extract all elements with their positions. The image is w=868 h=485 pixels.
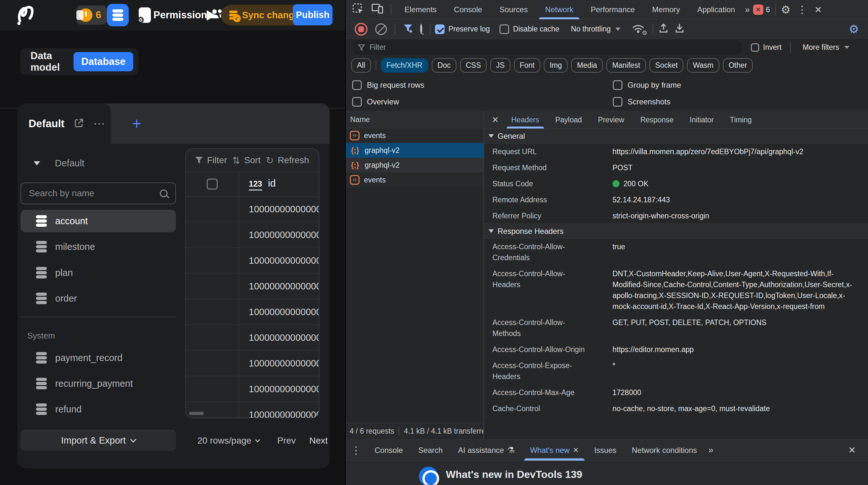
invert-checkbox[interactable]: [751, 43, 759, 52]
screenshots-checkbox[interactable]: [613, 97, 622, 107]
prev-page-button[interactable]: Prev: [277, 435, 296, 446]
table-row[interactable]: 100000000000000000: [186, 351, 319, 376]
drawer-tab-issues[interactable]: Issues: [587, 440, 624, 461]
chip-socket[interactable]: Socket: [649, 58, 683, 72]
publish-button[interactable]: Publish: [293, 4, 333, 25]
clear-network-log-icon[interactable]: [375, 24, 387, 35]
export-har-icon[interactable]: [675, 23, 685, 35]
tab-initiator[interactable]: Initiator: [682, 112, 722, 128]
tab-timing[interactable]: Timing: [722, 112, 760, 128]
close-details-icon[interactable]: ✕: [487, 115, 503, 125]
chip-js[interactable]: JS: [490, 58, 510, 72]
sidebar-item-recurring-payment[interactable]: recurring_payment: [21, 372, 176, 395]
sidebar-item-order[interactable]: order: [21, 287, 176, 310]
drawer-tab-search[interactable]: Search: [410, 440, 451, 461]
chip-all[interactable]: All: [351, 58, 371, 72]
chip-media[interactable]: Media: [571, 58, 603, 72]
chip-wasm[interactable]: Wasm: [687, 58, 719, 72]
name-column-header[interactable]: Name: [346, 112, 484, 128]
device-toolbar-icon[interactable]: [371, 3, 383, 16]
request-row-graphql[interactable]: graphql-v2: [346, 158, 484, 173]
tab-payload[interactable]: Payload: [547, 112, 590, 128]
table-row[interactable]: 100000000000000000: [186, 402, 319, 418]
sidebar-item-milestone[interactable]: milestone: [21, 236, 176, 258]
tab-response[interactable]: Response: [632, 112, 682, 128]
issues-badge[interactable]: ✕ 6: [753, 4, 770, 15]
network-settings-gear-icon[interactable]: ⚙: [849, 24, 859, 35]
permission-button[interactable]: Permission: [139, 6, 223, 24]
chip-other[interactable]: Other: [723, 58, 753, 72]
response-headers-section-header[interactable]: Response Headers: [484, 223, 868, 239]
select-all-checkbox[interactable]: [207, 179, 218, 189]
search-network-icon[interactable]: [420, 25, 422, 33]
tab-console[interactable]: Console: [445, 0, 491, 19]
tab-default[interactable]: Default ⋯: [18, 103, 111, 144]
grid-filter-button[interactable]: Filter: [195, 155, 227, 165]
grid-refresh-button[interactable]: ↻ Refresh: [266, 155, 309, 166]
horizontal-scrollbar[interactable]: [189, 412, 204, 415]
chip-font[interactable]: Font: [514, 58, 540, 72]
schema-group-row[interactable]: Default: [18, 154, 85, 172]
drawer-more-tabs-icon[interactable]: »: [709, 445, 713, 455]
drawer-kebab-menu-icon[interactable]: ⋮: [351, 444, 361, 456]
table-row[interactable]: 100000000000000000: [186, 222, 319, 248]
tab-elements[interactable]: Elements: [396, 0, 445, 19]
record-network-log-button[interactable]: [355, 23, 368, 36]
request-row-graphql-selected[interactable]: graphql-v2: [346, 143, 484, 158]
chip-manifest[interactable]: Manifest: [607, 58, 646, 72]
request-row-events[interactable]: events: [346, 128, 484, 143]
drawer-tab-network-conditions[interactable]: Network conditions: [624, 440, 705, 461]
request-row-events[interactable]: events: [346, 173, 484, 187]
table-row[interactable]: 100000000000000000: [186, 248, 319, 274]
close-devtools-icon[interactable]: ✕: [814, 4, 822, 15]
next-page-button[interactable]: Next: [309, 435, 328, 446]
table-row[interactable]: 100000000000000000: [186, 196, 319, 222]
tab-data-model[interactable]: Data model: [31, 50, 65, 73]
grid-sort-button[interactable]: ⇅ Sort: [232, 155, 261, 166]
disable-cache-checkbox[interactable]: [499, 24, 509, 34]
network-conditions-icon[interactable]: ⚙: [631, 23, 645, 35]
database-toolbar-button[interactable]: [107, 4, 129, 26]
chip-css[interactable]: CSS: [460, 58, 487, 72]
tab-memory[interactable]: Memory: [644, 0, 689, 19]
close-drawer-icon[interactable]: ✕: [848, 445, 856, 455]
settings-gear-icon[interactable]: ⚙: [781, 4, 790, 15]
id-column-header[interactable]: 123 id: [239, 178, 276, 190]
table-row[interactable]: 100000000000000000: [186, 299, 319, 325]
sidebar-item-plan[interactable]: plan: [21, 262, 176, 284]
tab-performance[interactable]: Performance: [582, 0, 643, 19]
throttling-select[interactable]: No throttling: [571, 25, 611, 33]
table-row[interactable]: 100000000000000000: [186, 274, 319, 299]
chip-fetch-xhr[interactable]: Fetch/XHR: [381, 58, 428, 72]
pending-changes-badge[interactable]: 6: [76, 5, 107, 25]
tab-sources[interactable]: Sources: [491, 0, 536, 19]
open-external-icon[interactable]: [73, 118, 85, 130]
general-section-header[interactable]: General: [484, 128, 868, 144]
tab-database[interactable]: Database: [73, 52, 133, 71]
search-input[interactable]: [29, 188, 156, 199]
table-row[interactable]: 100000000000000000: [186, 325, 319, 351]
import-har-icon[interactable]: [658, 23, 669, 35]
table-row[interactable]: 100000000000000000: [186, 376, 319, 402]
chip-doc[interactable]: Doc: [432, 58, 457, 72]
tab-menu-icon[interactable]: ⋯: [93, 117, 105, 130]
big-request-rows-checkbox[interactable]: [352, 80, 362, 90]
group-by-frame-checkbox[interactable]: [613, 80, 622, 90]
momen-logo-icon[interactable]: [16, 4, 37, 27]
chip-img[interactable]: Img: [544, 58, 567, 72]
more-tabs-icon[interactable]: »: [745, 5, 750, 15]
table-search[interactable]: [21, 182, 176, 204]
sidebar-item-payment-record[interactable]: payment_record: [21, 346, 176, 369]
add-tab-button[interactable]: +: [125, 113, 148, 135]
sidebar-item-refund[interactable]: refund: [21, 398, 176, 420]
drawer-tab-ai-assistance[interactable]: AI assistance ⚗: [451, 440, 522, 461]
import-export-button[interactable]: Import & Export: [21, 430, 176, 451]
tab-application[interactable]: Application: [688, 0, 743, 19]
request-filter-field[interactable]: [351, 40, 743, 55]
drawer-tab-whats-new[interactable]: What's new ✕: [522, 440, 587, 461]
tab-network[interactable]: Network: [536, 0, 582, 19]
close-tab-icon[interactable]: ✕: [573, 446, 579, 454]
tab-preview[interactable]: Preview: [590, 112, 632, 128]
preserve-log-checkbox[interactable]: [435, 24, 444, 34]
sidebar-item-account[interactable]: account: [21, 210, 176, 232]
